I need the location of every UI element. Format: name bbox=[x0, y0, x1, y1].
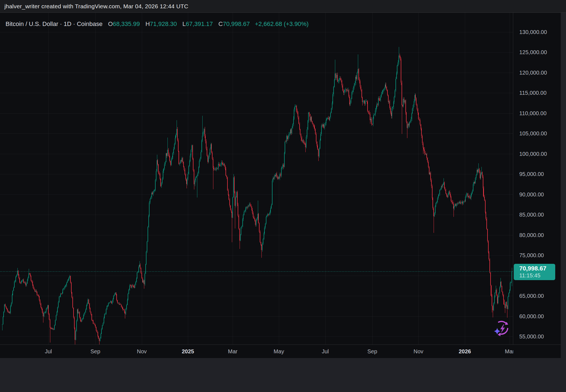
price-tick-label: 125,000.00 bbox=[519, 49, 547, 56]
attribution-text: jhalver_writer created with TradingView.… bbox=[4, 3, 188, 10]
time-axis[interactable]: JulSepNov2025MarMayJulSepNov2026Mar bbox=[0, 344, 561, 358]
price-tick-label: 105,000.00 bbox=[519, 130, 547, 137]
open-value: 68,335.99 bbox=[113, 20, 140, 27]
close-value: 70,998.67 bbox=[223, 20, 250, 27]
time-tick-label: Jul bbox=[313, 345, 338, 358]
interval-label[interactable]: 1D bbox=[64, 20, 71, 27]
high-label: H bbox=[145, 20, 150, 27]
time-tick-label: Nov bbox=[406, 345, 431, 358]
time-tick-label: Sep bbox=[360, 345, 385, 358]
last-price-badge: 70,998.67 11:15:45 bbox=[514, 264, 555, 280]
bar-countdown: 11:15:45 bbox=[519, 272, 555, 279]
right-margin bbox=[561, 13, 566, 358]
price-tick-label: 90,000.00 bbox=[519, 191, 544, 198]
price-tick-label: 75,000.00 bbox=[519, 252, 544, 259]
price-tick-label: 115,000.00 bbox=[519, 90, 547, 96]
footer: TradingView bbox=[0, 358, 566, 392]
candlestick-chart bbox=[0, 13, 513, 344]
price-tick-label: 130,000.00 bbox=[519, 29, 547, 35]
open-label: O bbox=[108, 20, 113, 27]
low-label: L bbox=[182, 20, 186, 27]
attribution-bar: jhalver_writer created with TradingView.… bbox=[0, 0, 566, 13]
price-tick-label: 85,000.00 bbox=[519, 211, 544, 218]
last-price: 70,998.67 bbox=[519, 265, 555, 272]
price-tick-label: 55,000.00 bbox=[519, 333, 544, 340]
price-tick-label: 80,000.00 bbox=[519, 232, 544, 238]
high-value: 71,928.30 bbox=[150, 20, 177, 27]
price-tick-label: 110,000.00 bbox=[519, 110, 547, 117]
price-tick-label: 95,000.00 bbox=[519, 171, 544, 177]
symbol-title[interactable]: Bitcoin / U.S. Dollar bbox=[6, 20, 58, 27]
price-tick-label: 60,000.00 bbox=[519, 313, 544, 320]
time-tick-label: 2026 bbox=[452, 345, 477, 358]
boost-icon[interactable] bbox=[492, 319, 511, 336]
time-tick-label: May bbox=[266, 345, 291, 358]
symbol-legend[interactable]: Bitcoin / U.S. Dollar · 1D · Coinbase O6… bbox=[6, 20, 309, 28]
price-axis[interactable]: 70,998.67 11:15:45 130,000.00125,000.001… bbox=[513, 13, 561, 344]
time-tick-label: Mar bbox=[497, 345, 513, 358]
price-tick-label: 65,000.00 bbox=[519, 293, 544, 299]
exchange-label: Coinbase bbox=[77, 20, 103, 27]
time-tick-label: 2025 bbox=[175, 345, 200, 358]
time-tick-label: Mar bbox=[220, 345, 245, 358]
chart-pane[interactable]: Bitcoin / U.S. Dollar · 1D · Coinbase O6… bbox=[0, 13, 513, 344]
close-label: C bbox=[218, 20, 223, 27]
price-tick-label: 100,000.00 bbox=[519, 151, 547, 157]
low-value: 67,391.17 bbox=[186, 20, 213, 27]
time-tick-label: Sep bbox=[83, 345, 108, 358]
tradingview-snapshot: jhalver_writer created with TradingView.… bbox=[0, 0, 566, 392]
change-value: +2,662.68 (+3.90%) bbox=[255, 20, 308, 27]
time-tick-label: Jul bbox=[36, 345, 61, 358]
time-tick-label: Nov bbox=[129, 345, 154, 358]
price-tick-label: 120,000.00 bbox=[519, 69, 547, 76]
